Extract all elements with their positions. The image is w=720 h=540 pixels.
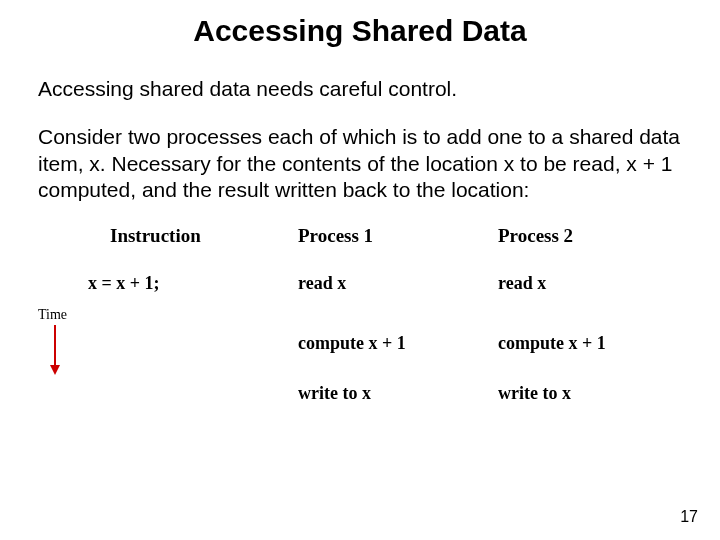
instruction-code: x = x + 1; (88, 273, 160, 294)
p1-read: read x (298, 273, 346, 294)
paragraph-1: Accessing shared data needs careful cont… (38, 76, 682, 102)
process-diagram: Instruction Process 1 Process 2 x = x + … (38, 225, 682, 415)
p2-read: read x (498, 273, 546, 294)
paragraph-2: Consider two processes each of which is … (38, 124, 682, 203)
col-header-process2: Process 2 (498, 225, 573, 247)
col-header-process1: Process 1 (298, 225, 373, 247)
time-arrow-line (54, 325, 56, 367)
col-header-instruction: Instruction (110, 225, 201, 247)
p1-compute: compute x + 1 (298, 333, 406, 354)
p2-compute: compute x + 1 (498, 333, 606, 354)
p2-write: write to x (498, 383, 571, 404)
slide-title: Accessing Shared Data (0, 14, 720, 48)
time-label: Time (38, 307, 67, 323)
time-arrow-head-icon (50, 365, 60, 375)
p1-write: write to x (298, 383, 371, 404)
page-number: 17 (680, 508, 698, 526)
